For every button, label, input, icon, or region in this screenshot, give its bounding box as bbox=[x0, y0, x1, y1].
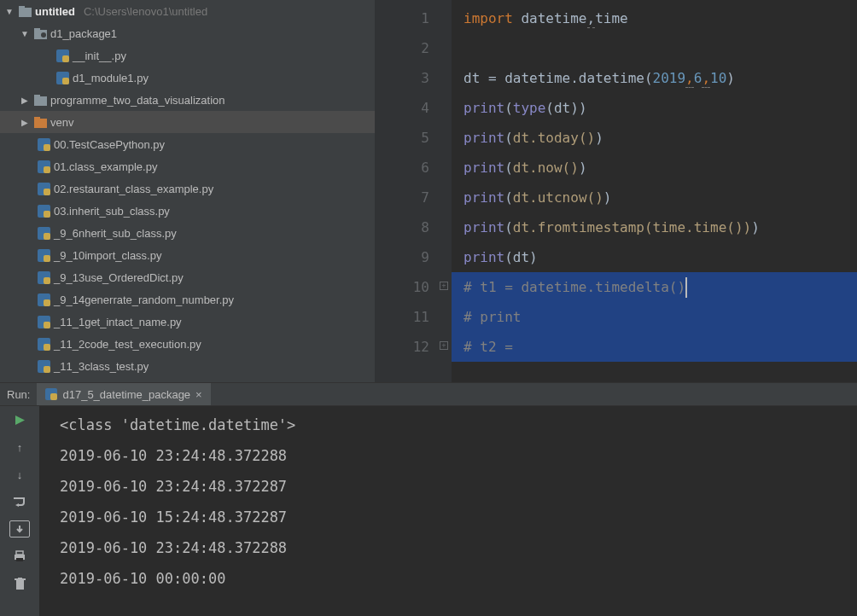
tree-label: _11_2code_test_execution.py bbox=[54, 338, 201, 351]
run-button[interactable] bbox=[9, 411, 30, 428]
code-line[interactable]: print(dt) bbox=[452, 242, 857, 272]
python-file-icon bbox=[38, 183, 50, 195]
package-folder-icon bbox=[34, 28, 47, 39]
venv-folder-icon bbox=[34, 117, 47, 128]
svg-rect-28 bbox=[44, 299, 50, 306]
tree-file-init[interactable]: __init__.py bbox=[0, 44, 375, 67]
print-icon[interactable] bbox=[9, 548, 30, 565]
svg-rect-14 bbox=[44, 144, 50, 151]
comment: # t2 = bbox=[463, 339, 513, 355]
paren: ( bbox=[504, 160, 513, 176]
builtin: type bbox=[513, 100, 546, 116]
tree-label: _9_10import_class.py bbox=[54, 249, 161, 262]
tree-file[interactable]: _9_6nherit_sub_class.py bbox=[0, 222, 375, 244]
text-caret bbox=[685, 277, 687, 298]
project-root[interactable]: ▼ untitled C:\Users\lenovo1\untitled bbox=[0, 0, 375, 22]
tree-file[interactable]: 03.inherit_sub_class.py bbox=[0, 200, 375, 222]
python-file-icon bbox=[38, 360, 50, 373]
svg-rect-40 bbox=[16, 551, 23, 555]
svg-rect-6 bbox=[62, 55, 69, 62]
tree-label: 03.inherit_sub_class.py bbox=[54, 205, 170, 218]
code-line-selected[interactable]: +# t2 = bbox=[452, 332, 857, 362]
tree-file[interactable]: _9_14generrate_random_number.py bbox=[0, 288, 375, 311]
paren: ( bbox=[545, 100, 554, 116]
tree-file[interactable]: 00.TestCasePython.py bbox=[0, 133, 375, 155]
tree-folder-venv[interactable]: ▶ venv bbox=[0, 111, 375, 133]
python-file-icon bbox=[38, 316, 50, 328]
svg-point-4 bbox=[41, 32, 46, 38]
paren: ( bbox=[504, 189, 513, 206]
tree-file[interactable]: _9_13use_OrderedDict.py bbox=[0, 266, 375, 288]
code-line[interactable]: print(dt.now()) bbox=[452, 153, 857, 183]
tree-file[interactable]: _11_2code_test_execution.py bbox=[0, 333, 375, 355]
folder-icon bbox=[19, 6, 32, 17]
tree-file[interactable]: 02.restaurant_class_example.py bbox=[0, 177, 375, 200]
code-line[interactable]: print(dt.today()) bbox=[452, 123, 857, 153]
tree-label: d1_package1 bbox=[50, 27, 117, 40]
svg-rect-20 bbox=[44, 211, 50, 218]
chevron-down-icon: ▼ bbox=[19, 29, 31, 38]
tree-file[interactable]: _11_3class_test.py bbox=[0, 355, 375, 377]
python-file-icon bbox=[38, 271, 50, 284]
code-line[interactable]: dt = datetime.datetime(2019,6,10) bbox=[452, 63, 857, 93]
scroll-to-end-icon[interactable] bbox=[9, 520, 30, 538]
line-number: 5 bbox=[375, 123, 452, 153]
svg-rect-10 bbox=[34, 95, 40, 98]
tree-folder-d1-package1[interactable]: ▼ d1_package1 bbox=[0, 22, 375, 44]
paren: ) bbox=[603, 189, 612, 206]
svg-marker-37 bbox=[15, 416, 25, 425]
svg-rect-22 bbox=[44, 233, 50, 240]
code-line[interactable]: print(dt.fromtimestamp(time.time())) bbox=[452, 212, 857, 242]
code-line-selected[interactable]: # print bbox=[452, 302, 857, 332]
code-area[interactable]: import datetime,time dt = datetime.datet… bbox=[452, 0, 857, 382]
svg-rect-3 bbox=[34, 28, 40, 32]
run-tab-bar: Run: d17_5_datetime_package × bbox=[0, 382, 857, 406]
python-file-icon bbox=[45, 388, 57, 400]
builtin: print bbox=[463, 249, 504, 265]
code-line[interactable]: print(dt.utcnow()) bbox=[452, 183, 857, 212]
tree-label: 02.restaurant_class_example.py bbox=[54, 183, 213, 195]
tree-file-d1-module1[interactable]: d1_module1.py bbox=[0, 67, 375, 89]
run-console[interactable]: <class 'datetime.datetime'> 2019-06-10 2… bbox=[39, 406, 857, 616]
folder-icon bbox=[34, 95, 47, 106]
code-line[interactable] bbox=[452, 33, 857, 63]
code-line[interactable]: print(type(dt)) bbox=[452, 93, 857, 123]
comment: # t1 = datetime.timedelta() bbox=[463, 279, 685, 295]
fold-plus-icon[interactable]: + bbox=[440, 341, 448, 350]
tree-folder-programme-two[interactable]: ▶ programme_two_data_visualization bbox=[0, 89, 375, 111]
tree-label: _11_3class_test.py bbox=[54, 360, 149, 373]
soft-wrap-icon[interactable] bbox=[9, 493, 30, 510]
run-tab[interactable]: d17_5_datetime_package × bbox=[37, 383, 210, 405]
line-number: 6 bbox=[375, 153, 452, 183]
tree-label: venv bbox=[50, 116, 73, 129]
identifier: datetime bbox=[513, 10, 587, 26]
python-file-icon bbox=[38, 138, 50, 151]
code-editor[interactable]: 1 2 3 4 5 6 7 8 9 10 11 12 import dateti… bbox=[375, 0, 857, 382]
tree-file[interactable]: _9_10import_class.py bbox=[0, 244, 375, 266]
python-file-icon bbox=[38, 293, 50, 306]
svg-rect-44 bbox=[18, 578, 22, 579]
arrow-down-icon[interactable]: ↓ bbox=[9, 466, 30, 483]
identifier: time bbox=[595, 10, 628, 26]
arrow-up-icon[interactable]: ↑ bbox=[9, 439, 30, 456]
svg-rect-18 bbox=[44, 189, 50, 195]
editor-gutter: 1 2 3 4 5 6 7 8 9 10 11 12 bbox=[375, 0, 452, 382]
line-number: 7 bbox=[375, 183, 452, 212]
tree-label: 01.class_example.py bbox=[54, 160, 157, 173]
fold-plus-icon[interactable]: + bbox=[440, 282, 448, 290]
separator: , bbox=[587, 10, 596, 28]
paren: ) bbox=[579, 160, 587, 176]
project-tree[interactable]: ▼ untitled C:\Users\lenovo1\untitled ▼ d… bbox=[0, 0, 375, 382]
code-line[interactable]: import datetime,time bbox=[452, 3, 857, 33]
code-line-selected[interactable]: +# t1 = datetime.timedelta() bbox=[452, 272, 857, 302]
close-icon[interactable]: × bbox=[195, 388, 202, 401]
svg-rect-42 bbox=[16, 580, 24, 590]
tree-label: __init__.py bbox=[73, 49, 126, 62]
tree-file[interactable]: _11_1get_intact_name.py bbox=[0, 311, 375, 333]
tree-file[interactable]: 01.class_example.py bbox=[0, 155, 375, 177]
run-tab-label: d17_5_datetime_package bbox=[62, 388, 190, 401]
console-line: 2019-06-10 23:24:48.372288 bbox=[60, 440, 857, 471]
line-number: 8 bbox=[375, 212, 452, 242]
trash-icon[interactable] bbox=[9, 575, 30, 592]
builtin: print bbox=[463, 160, 504, 176]
